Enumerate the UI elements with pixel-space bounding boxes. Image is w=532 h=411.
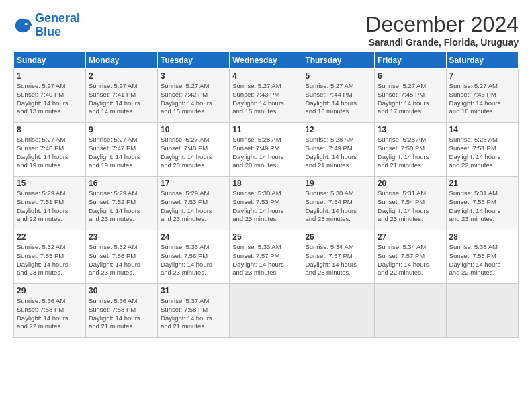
table-row: 5Sunrise: 5:27 AM Sunset: 7:44 PM Daylig…	[302, 69, 375, 123]
table-row	[302, 284, 375, 338]
table-row: 27Sunrise: 5:34 AM Sunset: 7:57 PM Dayli…	[374, 230, 446, 284]
table-row: 1Sunrise: 5:27 AM Sunset: 7:40 PM Daylig…	[14, 69, 86, 123]
day-info: Sunrise: 5:29 AM Sunset: 7:52 PM Dayligh…	[89, 189, 154, 224]
table-row: 12Sunrise: 5:28 AM Sunset: 7:49 PM Dayli…	[302, 123, 375, 177]
day-info: Sunrise: 5:36 AM Sunset: 7:58 PM Dayligh…	[89, 297, 154, 331]
day-number: 31	[161, 286, 226, 295]
table-row: 16Sunrise: 5:29 AM Sunset: 7:52 PM Dayli…	[85, 177, 157, 230]
day-info: Sunrise: 5:28 AM Sunset: 7:49 PM Dayligh…	[232, 136, 299, 170]
day-number: 23	[89, 232, 154, 242]
day-number: 20	[378, 179, 443, 188]
logo-blue: Blue	[35, 25, 61, 38]
subtitle: Sarandi Grande, Florida, Uruguay	[365, 37, 519, 48]
table-row: 2Sunrise: 5:27 AM Sunset: 7:41 PM Daylig…	[85, 69, 157, 123]
day-info: Sunrise: 5:37 AM Sunset: 7:58 PM Dayligh…	[161, 297, 226, 331]
table-row	[446, 284, 518, 338]
table-row: 22Sunrise: 5:32 AM Sunset: 7:55 PM Dayli…	[14, 230, 86, 284]
day-number: 12	[305, 125, 371, 134]
logo: General Blue	[13, 12, 80, 39]
table-row: 23Sunrise: 5:32 AM Sunset: 7:56 PM Dayli…	[85, 230, 157, 284]
day-number: 30	[89, 286, 154, 295]
day-number: 13	[378, 125, 443, 134]
day-number: 6	[378, 71, 443, 81]
day-info: Sunrise: 5:27 AM Sunset: 7:47 PM Dayligh…	[89, 136, 154, 170]
day-number: 18	[232, 179, 299, 188]
table-row: 7Sunrise: 5:27 AM Sunset: 7:45 PM Daylig…	[446, 69, 518, 123]
day-number: 27	[378, 232, 443, 242]
day-number: 3	[161, 71, 226, 81]
day-info: Sunrise: 5:33 AM Sunset: 7:56 PM Dayligh…	[161, 243, 226, 277]
day-info: Sunrise: 5:27 AM Sunset: 7:48 PM Dayligh…	[161, 136, 226, 170]
day-info: Sunrise: 5:27 AM Sunset: 7:41 PM Dayligh…	[89, 82, 154, 116]
day-number: 22	[17, 232, 83, 242]
day-number: 17	[161, 179, 226, 188]
main-title: December 2024	[365, 12, 519, 37]
table-row: 6Sunrise: 5:27 AM Sunset: 7:45 PM Daylig…	[374, 69, 446, 123]
col-tuesday: Tuesday	[158, 52, 230, 69]
day-info: Sunrise: 5:27 AM Sunset: 7:42 PM Dayligh…	[161, 82, 226, 116]
day-number: 24	[161, 232, 226, 242]
day-number: 16	[89, 179, 154, 188]
calendar-week-row: 15Sunrise: 5:29 AM Sunset: 7:51 PM Dayli…	[14, 177, 519, 230]
table-row: 4Sunrise: 5:27 AM Sunset: 7:43 PM Daylig…	[230, 69, 302, 123]
day-info: Sunrise: 5:28 AM Sunset: 7:50 PM Dayligh…	[378, 136, 443, 170]
day-info: Sunrise: 5:28 AM Sunset: 7:51 PM Dayligh…	[449, 136, 515, 170]
day-number: 9	[89, 125, 154, 134]
table-row: 29Sunrise: 5:36 AM Sunset: 7:58 PM Dayli…	[14, 284, 86, 338]
col-friday: Friday	[374, 52, 446, 69]
day-info: Sunrise: 5:27 AM Sunset: 7:44 PM Dayligh…	[305, 82, 371, 116]
day-number: 26	[305, 232, 371, 242]
calendar-week-row: 8Sunrise: 5:27 AM Sunset: 7:46 PM Daylig…	[14, 123, 519, 177]
table-row: 10Sunrise: 5:27 AM Sunset: 7:48 PM Dayli…	[158, 123, 230, 177]
day-number: 5	[305, 71, 371, 81]
day-info: Sunrise: 5:27 AM Sunset: 7:40 PM Dayligh…	[17, 82, 83, 116]
table-row: 8Sunrise: 5:27 AM Sunset: 7:46 PM Daylig…	[14, 123, 86, 177]
day-number: 2	[89, 71, 154, 81]
table-row: 3Sunrise: 5:27 AM Sunset: 7:42 PM Daylig…	[158, 69, 230, 123]
day-number: 19	[305, 179, 371, 188]
table-row: 25Sunrise: 5:33 AM Sunset: 7:57 PM Dayli…	[230, 230, 302, 284]
day-info: Sunrise: 5:35 AM Sunset: 7:58 PM Dayligh…	[449, 243, 515, 277]
day-number: 14	[449, 125, 515, 134]
col-sunday: Sunday	[14, 52, 86, 69]
table-row	[374, 284, 446, 338]
day-number: 11	[232, 125, 299, 134]
table-row: 15Sunrise: 5:29 AM Sunset: 7:51 PM Dayli…	[14, 177, 86, 230]
table-row: 14Sunrise: 5:28 AM Sunset: 7:51 PM Dayli…	[446, 123, 518, 177]
page: General Blue December 2024 Sarandi Grand…	[0, 0, 532, 411]
calendar-header-row: Sunday Monday Tuesday Wednesday Thursday…	[14, 52, 519, 69]
table-row: 11Sunrise: 5:28 AM Sunset: 7:49 PM Dayli…	[230, 123, 302, 177]
day-number: 29	[17, 286, 83, 295]
table-row	[230, 284, 302, 338]
day-info: Sunrise: 5:27 AM Sunset: 7:46 PM Dayligh…	[17, 136, 83, 170]
table-row: 24Sunrise: 5:33 AM Sunset: 7:56 PM Dayli…	[158, 230, 230, 284]
day-number: 15	[17, 179, 83, 188]
table-row: 28Sunrise: 5:35 AM Sunset: 7:58 PM Dayli…	[446, 230, 518, 284]
table-row: 18Sunrise: 5:30 AM Sunset: 7:53 PM Dayli…	[230, 177, 302, 230]
day-number: 8	[17, 125, 83, 134]
day-info: Sunrise: 5:34 AM Sunset: 7:57 PM Dayligh…	[305, 243, 371, 277]
day-info: Sunrise: 5:32 AM Sunset: 7:56 PM Dayligh…	[89, 243, 154, 277]
day-number: 4	[232, 71, 299, 81]
day-number: 28	[449, 232, 515, 242]
table-row: 9Sunrise: 5:27 AM Sunset: 7:47 PM Daylig…	[85, 123, 157, 177]
calendar-week-row: 22Sunrise: 5:32 AM Sunset: 7:55 PM Dayli…	[14, 230, 519, 284]
table-row: 17Sunrise: 5:29 AM Sunset: 7:53 PM Dayli…	[158, 177, 230, 230]
table-row: 26Sunrise: 5:34 AM Sunset: 7:57 PM Dayli…	[302, 230, 375, 284]
day-info: Sunrise: 5:30 AM Sunset: 7:54 PM Dayligh…	[305, 189, 371, 224]
day-number: 7	[449, 71, 515, 81]
day-info: Sunrise: 5:31 AM Sunset: 7:54 PM Dayligh…	[378, 189, 443, 224]
table-row: 20Sunrise: 5:31 AM Sunset: 7:54 PM Dayli…	[374, 177, 446, 230]
calendar-week-row: 1Sunrise: 5:27 AM Sunset: 7:40 PM Daylig…	[14, 69, 519, 123]
day-info: Sunrise: 5:29 AM Sunset: 7:51 PM Dayligh…	[17, 189, 83, 224]
logo-icon	[13, 16, 32, 35]
calendar: Sunday Monday Tuesday Wednesday Thursday…	[13, 52, 519, 338]
col-monday: Monday	[85, 52, 157, 69]
day-info: Sunrise: 5:34 AM Sunset: 7:57 PM Dayligh…	[378, 243, 443, 277]
day-number: 10	[161, 125, 226, 134]
day-info: Sunrise: 5:33 AM Sunset: 7:57 PM Dayligh…	[232, 243, 299, 277]
day-number: 1	[17, 71, 83, 81]
day-info: Sunrise: 5:32 AM Sunset: 7:55 PM Dayligh…	[17, 243, 83, 277]
title-block: December 2024 Sarandi Grande, Florida, U…	[365, 12, 519, 48]
day-info: Sunrise: 5:27 AM Sunset: 7:45 PM Dayligh…	[449, 82, 515, 116]
